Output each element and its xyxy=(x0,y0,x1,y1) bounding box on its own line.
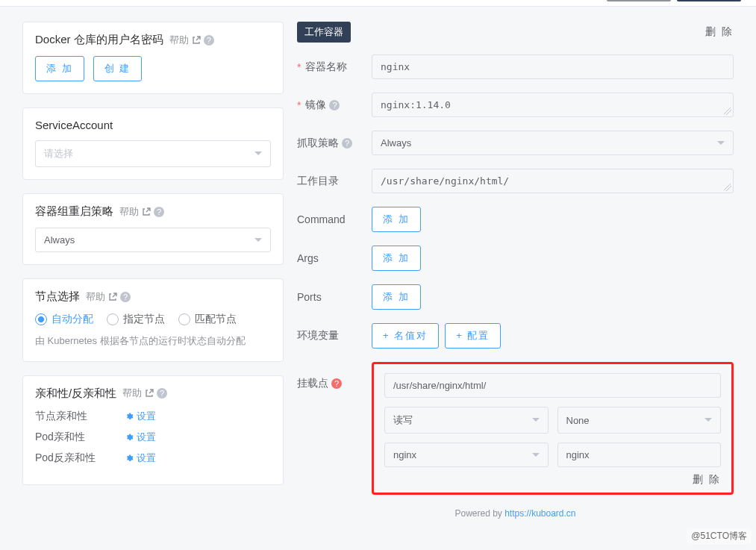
label-workdir: 工作目录 xyxy=(297,175,372,188)
work-container-tag: 工作容器 xyxy=(297,22,351,43)
sa-placeholder: 请选择 xyxy=(44,147,73,160)
select-value: 读写 xyxy=(393,413,413,427)
right-column: 工作容器 删 除 *容器名称 nginx *镜像? nginx:1.14.0 抓… xyxy=(297,22,734,519)
sa-title: ServiceAccount xyxy=(35,119,271,131)
add-button[interactable]: 添 加 xyxy=(35,56,84,81)
radio-specify[interactable]: 指定节点 xyxy=(107,313,165,326)
question-icon: ? xyxy=(157,388,167,399)
aff-set-link[interactable]: 设置 xyxy=(125,431,156,444)
footer: Powered by https://kuboard.cn xyxy=(297,508,734,519)
add-args-button[interactable]: 添 加 xyxy=(372,246,421,271)
help-text: 帮助 xyxy=(86,290,105,304)
gear-icon xyxy=(125,433,134,442)
resize-icon xyxy=(724,107,731,115)
radio-label: 匹配节点 xyxy=(195,313,237,326)
radio-auto[interactable]: 自动分配 xyxy=(35,313,93,326)
row-env: 环境变量 + 名值对 + 配置 xyxy=(297,323,734,349)
add-ports-button[interactable]: 添 加 xyxy=(372,284,421,310)
nodesel-radios: 自动分配 指定节点 匹配节点 xyxy=(35,313,271,326)
aff-set-link[interactable]: 设置 xyxy=(125,410,156,423)
row-command: Command 添 加 xyxy=(297,207,734,232)
input-workdir[interactable]: /usr/share/nginx/html/ xyxy=(372,169,734,193)
label-image: *镜像? xyxy=(297,99,372,112)
radio-dot-icon xyxy=(35,313,47,325)
help-text: 帮助 xyxy=(169,34,189,47)
input-value: nginx xyxy=(566,449,590,460)
external-icon xyxy=(142,207,151,216)
delete-container-link[interactable]: 删 除 xyxy=(705,25,734,39)
radio-match[interactable]: 匹配节点 xyxy=(178,313,237,326)
select-none[interactable]: None xyxy=(557,407,722,434)
add-env-kv-button[interactable]: + 名值对 xyxy=(372,323,439,349)
top-button-blue[interactable] xyxy=(677,0,741,1)
help-link[interactable]: 帮助 ? xyxy=(86,290,131,304)
top-button-grey[interactable] xyxy=(607,0,671,1)
input-value: /usr/share/nginx/html/ xyxy=(393,380,486,391)
set-text: 设置 xyxy=(137,431,156,444)
help-text: 帮助 xyxy=(119,205,139,219)
label-name: *容器名称 xyxy=(297,60,372,74)
label-mount: 挂载点? xyxy=(297,362,372,390)
restart-select[interactable]: Always xyxy=(35,228,271,252)
input-name[interactable]: nginx xyxy=(372,54,734,79)
input-image[interactable]: nginx:1.14.0 xyxy=(372,93,734,117)
label-command: Command xyxy=(297,213,372,225)
chevron-down-icon xyxy=(532,453,540,460)
container-header: 工作容器 删 除 xyxy=(297,22,734,43)
input-subpath[interactable]: nginx xyxy=(557,443,722,467)
help-link[interactable]: 帮助 ? xyxy=(122,387,167,400)
help-link[interactable]: 帮助 ? xyxy=(119,205,164,219)
question-icon: ? xyxy=(329,100,340,110)
aff-title: 亲和性/反亲和性 帮助 ? xyxy=(35,387,271,401)
add-env-cfg-button[interactable]: + 配置 xyxy=(445,323,501,349)
row-mount: 挂载点? /usr/share/nginx/html/ 读写 None ngin… xyxy=(297,362,734,495)
select-pull[interactable]: Always xyxy=(372,131,734,155)
row-pull: 抓取策略? Always xyxy=(297,131,734,155)
row-workdir: 工作目录 /usr/share/nginx/html/ xyxy=(297,169,734,193)
help-link[interactable]: 帮助 ? xyxy=(169,34,214,47)
aff-label: Pod亲和性 xyxy=(35,431,125,444)
main: Docker 仓库的用户名密码 帮助 ? 添 加 创 建 ServiceAcco… xyxy=(0,7,756,534)
container-form: *容器名称 nginx *镜像? nginx:1.14.0 抓取策略? Alwa… xyxy=(297,54,734,495)
question-icon: ? xyxy=(120,292,131,302)
watermark: @51CTO博客 xyxy=(687,528,752,534)
radio-label: 自动分配 xyxy=(51,313,93,326)
sa-select[interactable]: 请选择 xyxy=(35,140,271,167)
restart-value: Always xyxy=(44,234,75,246)
help-text: 帮助 xyxy=(122,387,142,400)
top-buttons xyxy=(607,0,741,1)
footer-link[interactable]: https://kuboard.cn xyxy=(504,508,575,519)
input-mount-path[interactable]: /usr/share/nginx/html/ xyxy=(384,373,721,398)
gear-icon xyxy=(125,412,134,421)
chevron-down-icon xyxy=(532,418,540,425)
mount-row-2: 读写 None xyxy=(384,407,721,434)
required-icon: * xyxy=(297,61,301,73)
nodesel-title-text: 节点选择 xyxy=(35,290,80,304)
required-icon: * xyxy=(297,99,301,111)
create-button[interactable]: 创 建 xyxy=(93,56,143,81)
row-name: *容器名称 nginx xyxy=(297,54,734,79)
select-value: None xyxy=(566,415,590,426)
top-bar xyxy=(0,0,756,7)
select-rw[interactable]: 读写 xyxy=(384,407,549,434)
external-icon xyxy=(145,389,154,398)
set-text: 设置 xyxy=(137,410,156,423)
aff-set-link[interactable]: 设置 xyxy=(125,451,156,465)
set-text: 设置 xyxy=(137,451,156,465)
aff-row-pod: Pod亲和性 设置 xyxy=(35,431,271,444)
docker-card: Docker 仓库的用户名密码 帮助 ? 添 加 创 建 xyxy=(22,22,284,94)
select-value: Always xyxy=(381,137,411,149)
restart-title: 容器组重启策略 帮助 ? xyxy=(35,204,271,219)
label-args: Args xyxy=(297,252,372,264)
chevron-down-icon xyxy=(717,141,725,149)
mount-highlight-box: /usr/share/nginx/html/ 读写 None nginx ngi… xyxy=(372,362,734,495)
select-volume[interactable]: nginx xyxy=(384,443,549,467)
label-pull: 抓取策略? xyxy=(297,137,372,150)
row-image: *镜像? nginx:1.14.0 xyxy=(297,93,734,117)
resize-icon xyxy=(724,184,731,191)
delete-mount-link[interactable]: 删 除 xyxy=(693,473,721,485)
restart-card: 容器组重启策略 帮助 ? Always xyxy=(22,193,284,265)
aff-label: 节点亲和性 xyxy=(35,410,125,423)
label-text: 抓取策略 xyxy=(297,137,339,150)
add-command-button[interactable]: 添 加 xyxy=(372,207,421,232)
